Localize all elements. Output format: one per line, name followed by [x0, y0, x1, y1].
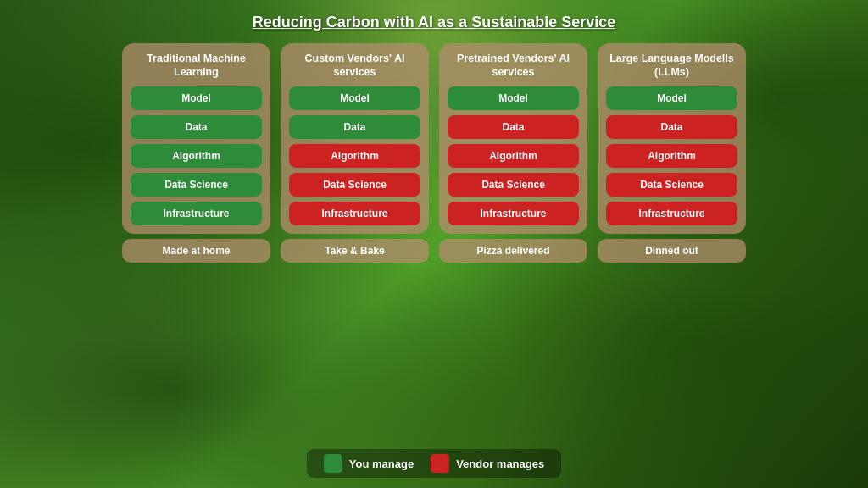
column-llms: Large Language Modells (LLMs)ModelDataAl… — [598, 43, 746, 441]
column-pretrained-vendors: Pretrained Vendors' AI servicesModelData… — [439, 43, 587, 441]
item-custom-vendors-infrastructure: Infrastructure — [289, 202, 420, 225]
column-card-pretrained-vendors: Pretrained Vendors' AI servicesModelData… — [439, 43, 587, 234]
item-pretrained-vendors-model: Model — [448, 86, 579, 110]
item-llms-data: Data — [606, 115, 737, 139]
item-traditional-model: Model — [131, 86, 262, 110]
item-custom-vendors-algorithm: Algorithm — [289, 144, 420, 168]
item-pretrained-vendors-algorithm: Algorithm — [448, 144, 579, 168]
green-legend-box — [324, 454, 342, 473]
legend-vendor-manages: Vendor manages — [431, 454, 544, 473]
item-custom-vendors-model: Model — [289, 86, 420, 110]
column-header-custom-vendors: Custom Vendors' AI services — [289, 52, 420, 80]
item-traditional-data: Data — [131, 115, 262, 139]
footer-label-pretrained-vendors: Pizza delivered — [439, 239, 587, 263]
item-llms-model: Model — [606, 86, 737, 110]
columns-container: Traditional Machine LearningModelDataAlg… — [122, 43, 746, 441]
item-custom-vendors-data-science: Data Science — [289, 173, 420, 197]
item-traditional-data-science: Data Science — [131, 173, 262, 197]
item-pretrained-vendors-data-science: Data Science — [448, 173, 579, 197]
item-llms-infrastructure: Infrastructure — [606, 202, 737, 225]
item-pretrained-vendors-data: Data — [448, 115, 579, 139]
item-traditional-infrastructure: Infrastructure — [131, 202, 262, 225]
legend-you-manage: You manage — [324, 454, 414, 473]
column-custom-vendors: Custom Vendors' AI servicesModelDataAlgo… — [281, 43, 429, 441]
footer-label-traditional: Made at home — [122, 239, 270, 263]
column-header-llms: Large Language Modells (LLMs) — [606, 52, 737, 80]
red-legend-box — [431, 454, 449, 473]
item-pretrained-vendors-infrastructure: Infrastructure — [448, 202, 579, 225]
column-card-custom-vendors: Custom Vendors' AI servicesModelDataAlgo… — [281, 43, 429, 234]
column-header-pretrained-vendors: Pretrained Vendors' AI services — [448, 52, 579, 80]
column-traditional: Traditional Machine LearningModelDataAlg… — [122, 43, 270, 441]
vendor-manages-label: Vendor manages — [456, 458, 544, 470]
footer-label-custom-vendors: Take & Bake — [281, 239, 429, 263]
footer-label-llms: Dinned out — [598, 239, 746, 263]
legend: You manage Vendor manages — [307, 449, 561, 478]
column-card-llms: Large Language Modells (LLMs)ModelDataAl… — [598, 43, 746, 234]
column-card-traditional: Traditional Machine LearningModelDataAlg… — [122, 43, 270, 234]
item-llms-algorithm: Algorithm — [606, 144, 737, 168]
column-header-traditional: Traditional Machine Learning — [131, 52, 262, 80]
item-custom-vendors-data: Data — [289, 115, 420, 139]
item-traditional-algorithm: Algorithm — [131, 144, 262, 168]
item-llms-data-science: Data Science — [606, 173, 737, 197]
you-manage-label: You manage — [349, 458, 414, 470]
page-title: Reducing Carbon with AI as a Sustainable… — [253, 14, 615, 31]
